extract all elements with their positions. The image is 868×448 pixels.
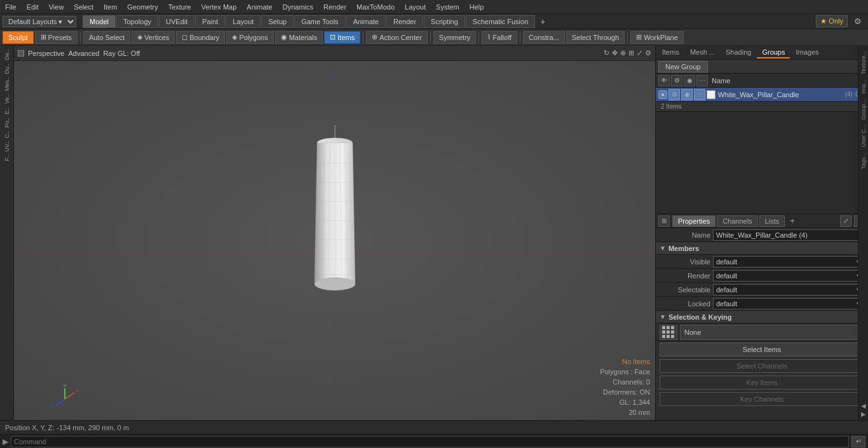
left-tool-de[interactable]: De..: [4, 48, 10, 62]
panel-tab-shading[interactable]: Shading: [721, 47, 756, 58]
menu-edit[interactable]: Edit: [22, 2, 44, 12]
falloff-btn[interactable]: ⌇ Falloff: [482, 31, 517, 44]
none-label-button[interactable]: None: [680, 325, 864, 340]
menu-render[interactable]: Render: [318, 2, 351, 12]
viewport-display[interactable]: Advanced: [68, 50, 99, 57]
side-expand-right[interactable]: ▶: [861, 411, 866, 417]
new-group-button[interactable]: New Group: [658, 61, 708, 72]
layout-tab-animate[interactable]: Animate: [346, 15, 386, 28]
menu-help[interactable]: Help: [465, 2, 489, 12]
group-vis-btn[interactable]: ●: [658, 90, 667, 99]
menu-texture[interactable]: Texture: [163, 2, 196, 12]
constraints-btn[interactable]: Constra...: [523, 31, 565, 44]
prop-add-tab[interactable]: +: [786, 215, 799, 227]
groups-eye-btn[interactable]: 👁: [658, 75, 670, 86]
select-items-button[interactable]: Select Items: [660, 343, 864, 356]
side-tab-group[interactable]: Group...: [859, 97, 868, 123]
workplane-btn[interactable]: ⊞ WorkPlane: [630, 31, 684, 44]
group-settings-btn[interactable]: ⚙: [668, 89, 680, 100]
layout-dropdown[interactable]: Default Layouts ▾: [3, 16, 76, 27]
vertices-btn[interactable]: ◈ Vertices: [132, 31, 175, 44]
materials-btn[interactable]: ◉ Materials: [275, 31, 323, 44]
settings-icon[interactable]: ⚙: [645, 49, 651, 57]
action-center-btn[interactable]: ⊕ Action Center: [366, 31, 428, 44]
command-input[interactable]: [11, 436, 849, 447]
layout-tab-paint[interactable]: Paint: [195, 15, 225, 28]
prop-tab-lists[interactable]: Lists: [759, 215, 785, 227]
prop-expand-right[interactable]: ⤢: [840, 215, 851, 227]
left-tool-uv[interactable]: UV..: [4, 140, 10, 153]
layout-tab-topology[interactable]: Topology: [116, 15, 158, 28]
boundary-btn[interactable]: ◻ Boundary: [176, 31, 225, 44]
viewport-canvas[interactable]: X Y Z No Items Polygons : Face Channels:…: [14, 61, 655, 420]
menu-select[interactable]: Select: [69, 2, 98, 12]
menu-layout[interactable]: Layout: [400, 2, 431, 12]
menu-animate[interactable]: Animate: [241, 2, 277, 12]
group-item-candle[interactable]: ● ⚙ ◉ ⋯ White_Wax_Pillar_Candle (4) G...: [656, 88, 868, 102]
prop-locked-dropdown[interactable]: default ▼: [713, 298, 864, 309]
key-channels-button[interactable]: Key Channels: [660, 392, 864, 406]
key-items-button[interactable]: Key Items: [660, 376, 864, 390]
rotate-icon[interactable]: ↻: [604, 49, 609, 57]
groups-lock-btn[interactable]: ⚙: [671, 75, 682, 86]
auto-select-btn[interactable]: Auto Select: [83, 31, 130, 44]
menu-maxtomodo[interactable]: MaxToModo: [351, 2, 400, 12]
maximize-icon[interactable]: ⤢: [637, 49, 642, 57]
panel-tab-items[interactable]: Items: [657, 47, 684, 58]
pan-icon[interactable]: ✥: [612, 49, 618, 57]
layout-tab-setup[interactable]: Setup: [261, 15, 294, 28]
side-expand-left[interactable]: ◀: [861, 402, 866, 409]
left-tool-e[interactable]: E..: [4, 106, 10, 116]
members-section-header[interactable]: ▼ Members: [656, 242, 868, 255]
zoom-icon[interactable]: ⊕: [620, 49, 626, 57]
side-tab-tags[interactable]: Tags...: [859, 150, 868, 172]
left-tool-mes[interactable]: Mes..: [4, 76, 10, 92]
panel-tab-images[interactable]: Images: [790, 47, 824, 58]
menu-file[interactable]: File: [0, 2, 22, 12]
presets-btn[interactable]: ⊞ Presets: [35, 31, 78, 44]
group-extra-btn[interactable]: ⋯: [694, 89, 705, 100]
left-tool-f[interactable]: F..: [4, 154, 10, 163]
select-channels-button[interactable]: Select Channels: [660, 359, 864, 373]
prop-render-dropdown[interactable]: default ▼: [713, 270, 864, 282]
layout-add-tab[interactable]: +: [536, 15, 549, 28]
left-tool-du[interactable]: Du..: [4, 62, 10, 76]
layout-tab-model[interactable]: Model: [83, 15, 116, 28]
group-render-btn[interactable]: ◉: [681, 89, 693, 100]
menu-system[interactable]: System: [431, 2, 465, 12]
left-tool-ve[interactable]: Ve..: [4, 93, 10, 105]
side-tab-ima[interactable]: Ima...: [859, 77, 868, 97]
side-tab-texture[interactable]: Texture...: [859, 48, 868, 77]
symmetry-btn[interactable]: Symmetry: [433, 31, 477, 44]
menu-vertexmap[interactable]: Vertex Map: [196, 2, 242, 12]
sculpt-btn[interactable]: Sculpt: [3, 31, 34, 44]
sel-key-section-header[interactable]: ▼ Selection & Keying: [656, 311, 868, 323]
side-tab-userc[interactable]: User C...: [859, 122, 868, 150]
viewport[interactable]: Perspective Advanced Ray GL: Off ↻ ✥ ⊕ ⊞…: [14, 46, 655, 420]
left-tool-c[interactable]: C..: [4, 130, 10, 140]
layout-tab-render[interactable]: Render: [386, 15, 423, 28]
polygons-btn[interactable]: ◈ Polygons: [226, 31, 273, 44]
cmd-exec-button[interactable]: ↵: [851, 436, 865, 447]
layout-tab-layout[interactable]: Layout: [226, 15, 261, 28]
panel-tab-mesh[interactable]: Mesh ...: [685, 47, 720, 58]
panel-tab-groups[interactable]: Groups: [757, 47, 790, 58]
viewport-render[interactable]: Ray GL: Off: [103, 50, 140, 57]
star-only-btn[interactable]: ★ Only: [816, 15, 848, 27]
none-icon-btn[interactable]: [660, 325, 677, 340]
viewport-mode[interactable]: Perspective: [28, 50, 64, 57]
menu-dynamics[interactable]: Dynamics: [278, 2, 318, 12]
menu-geometry[interactable]: Geometry: [122, 2, 163, 12]
select-through-btn[interactable]: Select Through: [566, 31, 625, 44]
layout-settings-btn[interactable]: ⚙: [850, 15, 865, 27]
groups-render-btn[interactable]: ◉: [684, 75, 695, 86]
frame-icon[interactable]: ⊞: [628, 49, 634, 57]
layout-tab-schematic[interactable]: Schematic Fusion: [466, 15, 535, 28]
prop-selectable-dropdown[interactable]: default ▼: [713, 284, 864, 295]
layout-tab-scripting[interactable]: Scripting: [424, 15, 465, 28]
prop-tab-properties[interactable]: Properties: [672, 215, 715, 227]
prop-name-input[interactable]: [713, 229, 864, 241]
layout-tab-uvedit[interactable]: UVEdit: [159, 15, 194, 28]
menu-view[interactable]: View: [44, 2, 69, 12]
prop-tab-channels[interactable]: Channels: [717, 215, 757, 227]
